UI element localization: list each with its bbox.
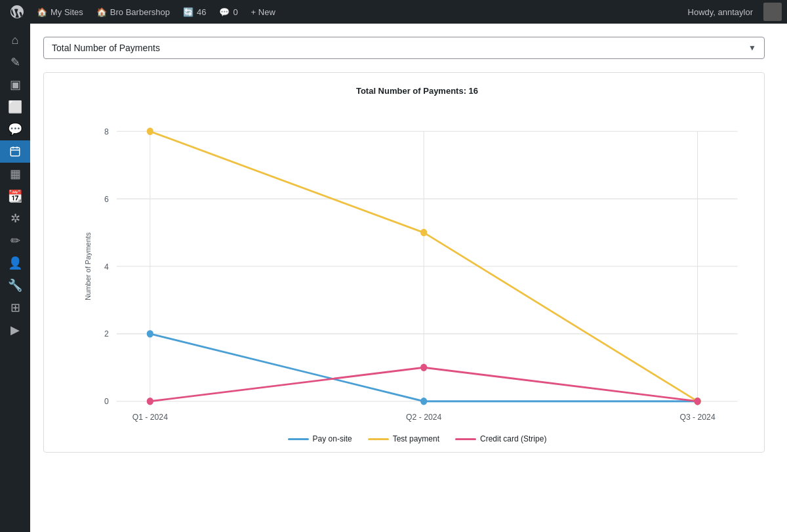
legend-test-payment-label: Test payment [393, 434, 439, 443]
site-home-icon: 🏠 [96, 7, 107, 17]
legend-pay-onsite-label: Pay on-site [313, 434, 352, 443]
site-name-button[interactable]: 🏠 Bro Barbershop [91, 0, 175, 24]
legend-pay-onsite-line [288, 438, 309, 440]
credit-card-point-q3 [694, 398, 700, 405]
admin-bar: 🏠 My Sites 🏠 Bro Barbershop 🔄 46 💬 0 + N… [0, 0, 787, 24]
credit-card-point-q1 [147, 398, 153, 405]
chart-svg: 0 2 4 6 8 Q1 - 2024 Q2 - [83, 109, 751, 424]
sidebar-item-table[interactable]: ▦ [0, 163, 30, 185]
updates-count: 46 [197, 7, 206, 17]
chevron-down-icon: ▼ [748, 43, 756, 52]
svg-text:4: 4 [104, 261, 109, 272]
home-icon: 🏠 [37, 7, 47, 17]
sidebar-item-users[interactable]: 👤 [0, 252, 30, 274]
sidebar-item-add[interactable]: ⊞ [0, 297, 30, 319]
svg-text:8: 8 [104, 126, 109, 136]
sidebar-item-schedule[interactable]: 📆 [0, 185, 30, 207]
pay-onsite-point-q2 [420, 398, 427, 405]
legend-credit-card-label: Credit card (Stripe) [480, 434, 546, 443]
chart-title: Total Number of Payments: 16 [83, 86, 751, 96]
updates-icon: 🔄 [183, 7, 193, 17]
sidebar-item-comments[interactable]: 💬 [0, 118, 30, 140]
sidebar-item-pages[interactable]: ⬜ [0, 96, 30, 118]
sidebar: ⌂ ✎ ▣ ⬜ 💬 ▦ 📆 ✲ ✏ 👤 🔧 ⊞ ▶ [0, 24, 30, 532]
sidebar-item-plugin[interactable]: ✏ [0, 230, 30, 252]
svg-rect-0 [10, 148, 20, 156]
my-sites-button[interactable]: 🏠 My Sites [31, 0, 89, 24]
legend-pay-onsite: Pay on-site [288, 434, 352, 443]
wp-logo-button[interactable] [5, 0, 29, 24]
pay-onsite-point-q1 [147, 330, 153, 337]
svg-text:6: 6 [104, 194, 109, 204]
sidebar-item-calendar[interactable] [0, 140, 30, 163]
new-item-label: + New [251, 7, 275, 17]
legend-credit-card-line [455, 438, 476, 440]
sidebar-item-dashboard[interactable]: ⌂ [0, 29, 30, 51]
sidebar-item-settings[interactable]: 🔧 [0, 274, 30, 297]
y-axis-label: Number of Payments [84, 232, 92, 300]
sidebar-item-media[interactable]: ▣ [0, 73, 30, 96]
howdy-label: Howdy, anntaylor [680, 0, 761, 24]
chart-legend: Pay on-site Test payment Credit card (St… [83, 434, 751, 443]
legend-test-payment-line [368, 438, 389, 440]
chart-container: Total Number of Payments: 16 Number of P… [43, 72, 765, 453]
comments-button[interactable]: 💬 0 [214, 0, 243, 24]
legend-credit-card: Credit card (Stripe) [455, 434, 546, 443]
credit-card-point-q2 [420, 364, 427, 371]
dropdown-selected-label: Total Number of Payments [52, 43, 160, 53]
test-payment-point-q1 [147, 128, 153, 135]
main-content: Total Number of Payments ▼ Total Number … [30, 24, 787, 532]
svg-text:Q2 - 2024: Q2 - 2024 [406, 412, 441, 422]
svg-text:2: 2 [104, 329, 109, 339]
svg-text:Q1 - 2024: Q1 - 2024 [132, 412, 168, 422]
legend-test-payment: Test payment [368, 434, 439, 443]
chart-type-dropdown[interactable]: Total Number of Payments ▼ [43, 37, 765, 59]
site-name-label: Bro Barbershop [110, 7, 170, 17]
comments-icon-bar: 💬 [219, 7, 230, 17]
user-avatar[interactable] [763, 3, 782, 21]
updates-button[interactable]: 🔄 46 [178, 0, 211, 24]
new-item-button[interactable]: + New [246, 0, 281, 24]
sidebar-item-posts[interactable]: ✎ [0, 51, 30, 73]
sidebar-item-tools[interactable]: ✲ [0, 207, 30, 230]
svg-text:Q3 - 2024: Q3 - 2024 [679, 412, 715, 422]
svg-text:0: 0 [104, 396, 109, 407]
sidebar-item-media2[interactable]: ▶ [0, 319, 30, 341]
comments-count: 0 [233, 7, 237, 17]
test-payment-point-q2 [420, 229, 427, 236]
my-sites-label: My Sites [50, 7, 83, 17]
chart-svg-wrapper: Number of Payments 0 2 4 6 8 [83, 109, 751, 424]
